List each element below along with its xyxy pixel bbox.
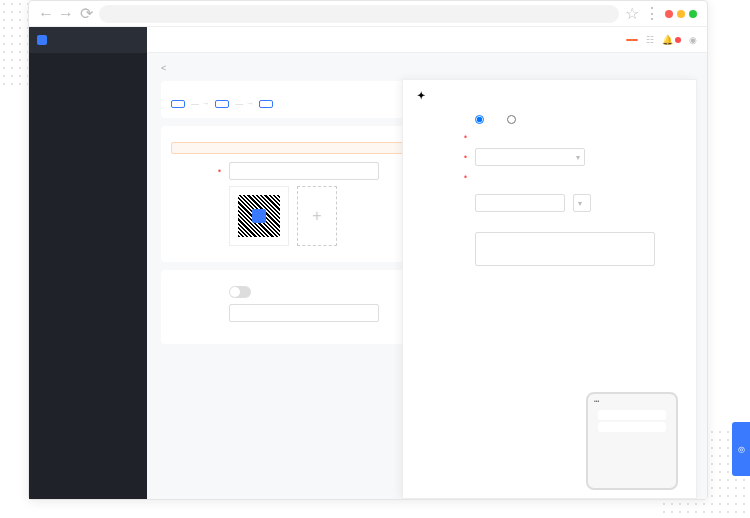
radio-qr[interactable] [475,115,487,124]
flow-step [171,100,185,108]
flow-step [259,100,273,108]
m-staff-label [417,172,467,182]
create-modal: ✦ ••• [402,79,697,499]
name-label [171,166,221,176]
sidebar [29,27,147,499]
flow-step [215,100,229,108]
guide-textarea[interactable] [475,232,655,266]
forward-icon[interactable]: → [59,7,73,21]
groupname-toggle[interactable] [229,286,251,298]
topbar: ☷ 🔔 ◉ [147,27,707,53]
bell-icon[interactable]: 🔔 [662,35,681,45]
radio-wecom[interactable] [507,115,531,124]
upgrade-button[interactable] [626,39,638,41]
remark-input[interactable] [475,194,565,212]
add-qr-button[interactable]: + [297,186,337,246]
feedback-tab[interactable]: ◎ [732,422,750,476]
star-icon[interactable]: ☆ [625,7,639,21]
name-input[interactable] [229,162,379,180]
back-icon[interactable]: ← [39,7,53,21]
qr-preview [229,186,289,246]
url-bar[interactable] [99,5,619,23]
notif-icon[interactable]: ☷ [646,35,654,45]
guide-input[interactable] [229,304,379,322]
m-group-label [417,152,467,162]
reload-icon[interactable]: ⟳ [79,7,93,21]
modal-title: ✦ [417,90,682,107]
m-name-label [417,132,467,142]
group-select[interactable] [475,148,585,166]
brand [29,27,147,53]
phone-preview: ••• [586,392,678,490]
menu-icon[interactable]: ⋮ [645,7,659,21]
avatar[interactable]: ◉ [689,35,697,45]
breadcrumb [161,63,693,73]
